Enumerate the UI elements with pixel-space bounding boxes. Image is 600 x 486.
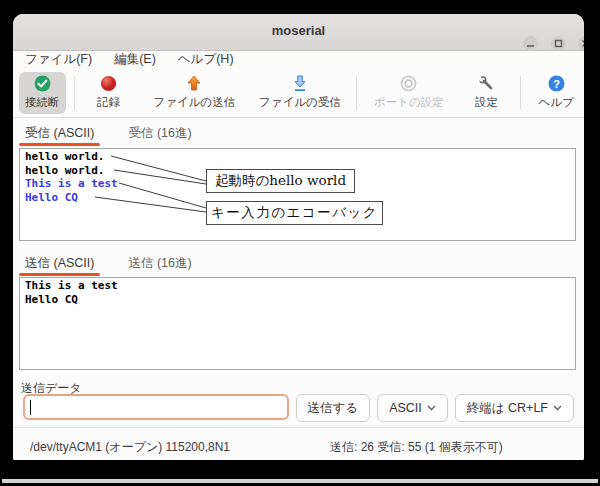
annotation-key-echo: キー入力のエコーバック <box>206 201 383 225</box>
text-caret <box>30 400 31 415</box>
moserial-window: moserial ファイル(F) 編集(E) ヘルプ <box>13 14 584 460</box>
maximize-button[interactable] <box>551 36 566 51</box>
connected-check-icon <box>34 75 51 92</box>
settings-button[interactable]: 設定 <box>461 72 511 114</box>
tab-send-hex[interactable]: 送信 (16進) <box>122 250 197 276</box>
port-setup-label: ポートの設定 <box>374 95 444 110</box>
screen: moserial ファイル(F) 編集(E) ヘルプ <box>0 0 600 486</box>
menu-file[interactable]: ファイル(F) <box>25 51 92 68</box>
svg-text:?: ? <box>553 78 560 90</box>
menubar: ファイル(F) 編集(E) ヘルプ(H) <box>13 51 584 68</box>
wrench-icon <box>478 75 495 92</box>
disconnect-label: 接続断 <box>25 95 60 110</box>
help-icon: ? <box>548 75 565 92</box>
record-button[interactable]: 記録 <box>82 72 134 114</box>
receive-text-area[interactable]: hello world. hello world. This is a test… <box>19 148 576 241</box>
maximize-icon <box>554 39 563 48</box>
port-setup-button: ポートの設定 <box>364 72 453 114</box>
help-label: ヘルプ <box>539 95 574 110</box>
send-file-button[interactable]: ファイルの送信 <box>146 72 242 114</box>
menu-edit[interactable]: 編集(E) <box>114 51 156 68</box>
upload-arrow-icon <box>186 75 202 92</box>
minimize-button[interactable] <box>523 36 538 51</box>
line-ending-dropdown[interactable]: 終端は CR+LF <box>455 394 574 422</box>
send-data-input[interactable] <box>23 394 289 420</box>
titlebar[interactable]: moserial <box>13 14 584 51</box>
encoding-dropdown[interactable]: ASCII <box>377 394 448 422</box>
annotation-boot-hello: 起動時のhello world <box>206 169 355 193</box>
received-line: hello world. <box>25 150 575 164</box>
download-arrow-icon <box>292 75 308 92</box>
window-title: moserial <box>13 23 584 38</box>
toolbar-separator <box>520 76 521 110</box>
port-settings-icon <box>400 75 417 92</box>
receive-tabs: 受信 (ASCII) 受信 (16進) <box>19 120 198 146</box>
toolbar-separator <box>74 76 75 110</box>
send-button-label: 送信する <box>308 400 359 417</box>
chevron-down-icon <box>427 405 436 411</box>
sent-line: Hello CQ <box>25 293 575 307</box>
tab-receive-hex[interactable]: 受信 (16進) <box>122 120 197 146</box>
send-tabs: 送信 (ASCII) 送信 (16進) <box>19 250 198 276</box>
sent-line: This is a test <box>25 279 575 293</box>
close-button[interactable] <box>578 36 584 51</box>
record-label: 記録 <box>97 95 120 110</box>
receive-file-button[interactable]: ファイルの受信 <box>252 72 348 114</box>
toolbar: 接続断 記録 ファイルの送信 <box>13 68 584 118</box>
disconnect-button[interactable]: 接続断 <box>19 72 66 114</box>
bottom-edge-strip <box>2 479 598 483</box>
send-data-row: 送信する ASCII 終端は CR+LF <box>23 394 574 422</box>
send-text-area[interactable]: This is a test Hello CQ <box>19 277 576 370</box>
tab-receive-ascii[interactable]: 受信 (ASCII) <box>19 120 100 146</box>
toolbar-separator <box>356 76 357 110</box>
close-icon <box>581 39 584 48</box>
encoding-value: ASCII <box>389 401 422 415</box>
statusbar: /dev/ttyACM1 (オープン) 115200,8N1 送信: 26 受信… <box>13 427 584 460</box>
line-ending-value: 終端は CR+LF <box>467 400 548 417</box>
port-status: /dev/ttyACM1 (オープン) 115200,8N1 <box>30 439 230 456</box>
send-button[interactable]: 送信する <box>296 394 371 422</box>
send-file-label: ファイルの送信 <box>153 95 235 110</box>
minimize-icon <box>526 39 535 48</box>
settings-label: 設定 <box>475 95 498 110</box>
record-icon <box>100 75 117 92</box>
menu-help[interactable]: ヘルプ(H) <box>178 51 234 68</box>
help-button[interactable]: ? ヘルプ <box>529 72 584 114</box>
receive-file-label: ファイルの受信 <box>259 95 341 110</box>
tx-rx-counters: 送信: 26 受信: 55 (1 個表示不可) <box>330 439 503 456</box>
chevron-down-icon <box>553 405 562 411</box>
tab-send-ascii[interactable]: 送信 (ASCII) <box>19 250 100 276</box>
